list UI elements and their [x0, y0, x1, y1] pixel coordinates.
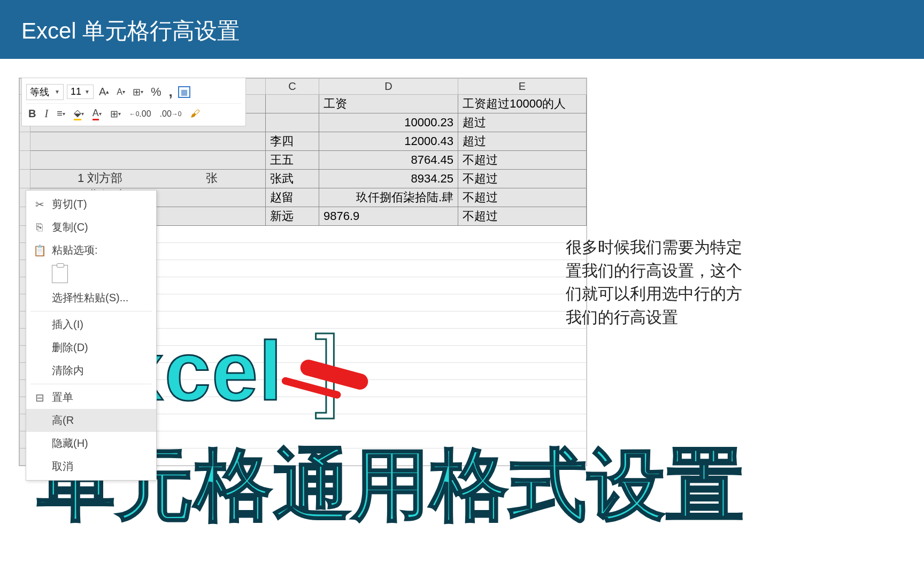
bold-button[interactable]: B: [26, 107, 38, 121]
description-text: 很多时候我们需要为特定 置我们的行高设置，这个 们就可以利用选中行的方 我们的行…: [566, 235, 924, 329]
menu-clear[interactable]: 清除内: [26, 359, 156, 382]
align-button[interactable]: ≡▾: [55, 107, 67, 120]
col-header-e[interactable]: E: [458, 79, 587, 95]
decrease-decimal-button[interactable]: .00→0: [158, 108, 184, 120]
menu-cut[interactable]: ✂ 剪切(T): [26, 193, 156, 216]
cell-e6[interactable]: 不超过: [458, 188, 587, 207]
mini-toolbar: 等线▼ 11▼ A▴ A▾ ⊞▾ % , ▦ B I ≡▾ ⬙▾ A▾ ⊞▾ ←…: [21, 78, 246, 126]
percent-button[interactable]: %: [149, 84, 164, 100]
content-area: C D E 1 工资 工资超过10000的人 10000.23 超过 李四120…: [0, 59, 924, 78]
cell-c-partial1: 张: [206, 170, 218, 186]
cell-d6[interactable]: 玖仟捌佰柒拾陆.肆: [319, 188, 458, 207]
merge-icon[interactable]: ⊞▾: [130, 85, 145, 99]
page-title: Excel 单元格行高设置: [21, 16, 903, 46]
cell-c3[interactable]: 李四: [266, 132, 319, 151]
clipboard-icon: 📋: [34, 245, 45, 256]
font-size-select[interactable]: 11▼: [67, 85, 94, 99]
cell-d2[interactable]: 10000.23: [319, 113, 458, 132]
menu-row-height[interactable]: 高(R: [26, 409, 156, 432]
fill-color-button[interactable]: ⬙▾: [72, 106, 86, 121]
scissors-icon: ✂: [34, 199, 45, 210]
border-button[interactable]: ⊞▾: [108, 107, 123, 121]
cell-c6[interactable]: 赵留: [266, 188, 319, 207]
comma-button[interactable]: ,: [167, 82, 175, 101]
italic-button[interactable]: I: [42, 107, 50, 121]
copy-icon: ⎘: [34, 222, 45, 233]
paste-option-buttons: [26, 262, 156, 286]
cell-e2[interactable]: 超过: [458, 113, 587, 132]
context-menu: ✂ 剪切(T) ⎘ 复制(C) 📋 粘贴选项: 选择性粘贴(S)... 插入(I…: [26, 190, 157, 481]
cell-d4[interactable]: 8764.45: [319, 151, 458, 170]
paste-default-icon[interactable]: [52, 265, 68, 283]
header-over[interactable]: 工资超过10000的人: [458, 95, 587, 113]
format-icon: ⊟: [34, 392, 45, 404]
menu-paste-special[interactable]: 选择性粘贴(S)...: [26, 286, 156, 309]
increase-decimal-button[interactable]: ←0.00: [127, 108, 153, 120]
font-name-select[interactable]: 等线▼: [26, 84, 64, 100]
cell-e3[interactable]: 超过: [458, 132, 587, 151]
cell-e5[interactable]: 不超过: [458, 170, 587, 188]
menu-hide[interactable]: 隐藏(H): [26, 432, 156, 455]
font-color-button[interactable]: A▾: [90, 107, 104, 121]
cell-c5[interactable]: 张武: [266, 170, 319, 188]
table-icon[interactable]: ▦: [178, 86, 190, 98]
cell-c4[interactable]: 王五: [266, 151, 319, 170]
col-header-c[interactable]: C: [266, 79, 319, 95]
header-bar: Excel 单元格行高设置: [0, 0, 924, 59]
cell-a-partial1: 1 刘方部: [78, 170, 122, 186]
header-salary[interactable]: 工资: [319, 95, 458, 113]
menu-insert[interactable]: 插入(I): [26, 313, 156, 336]
menu-paste-options[interactable]: 📋 粘贴选项:: [26, 239, 156, 262]
format-painter-button[interactable]: 🖌: [188, 107, 202, 120]
cell-e7[interactable]: 不超过: [458, 207, 587, 226]
decrease-font-button[interactable]: A▾: [114, 86, 127, 98]
cell-e4[interactable]: 不超过: [458, 151, 587, 170]
menu-unhide[interactable]: 取消: [26, 455, 156, 478]
cell-c7[interactable]: 新远: [266, 207, 319, 226]
increase-font-button[interactable]: A▴: [97, 85, 111, 99]
menu-delete[interactable]: 删除(D): [26, 336, 156, 359]
cell-d3[interactable]: 12000.43: [319, 132, 458, 151]
menu-copy[interactable]: ⎘ 复制(C): [26, 216, 156, 239]
cell-d5[interactable]: 8934.25: [319, 170, 458, 188]
menu-format-cells[interactable]: ⊟ 置单: [26, 386, 156, 409]
col-header-d[interactable]: D: [319, 79, 458, 95]
cell-d7[interactable]: 9876.9: [319, 207, 458, 226]
